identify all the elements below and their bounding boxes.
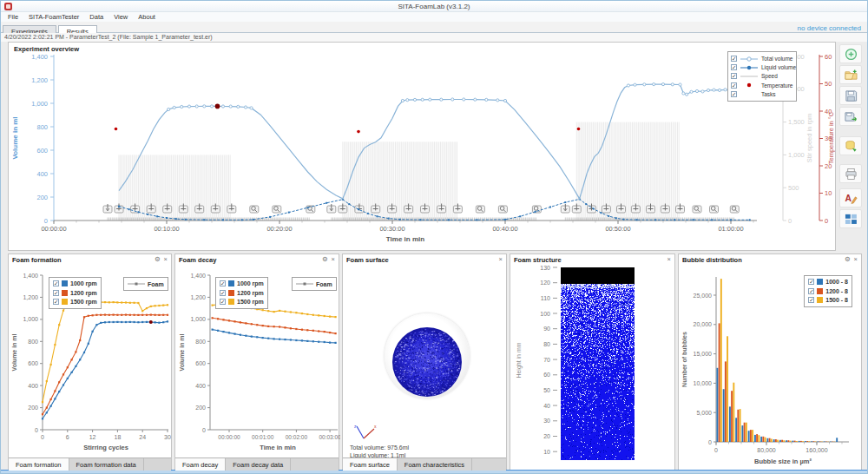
close-icon[interactable]: × xyxy=(854,256,858,265)
main-tab-row: ExperimentsResults no device connected xyxy=(1,22,867,33)
close-icon[interactable]: × xyxy=(332,256,335,265)
menu-about[interactable]: About xyxy=(133,12,161,22)
svg-text:1,500: 1,500 xyxy=(788,118,805,126)
add-button[interactable] xyxy=(839,44,862,63)
foam-decay-panel: Foam decay ⚙× 02004006008001,0001,2001,4… xyxy=(174,253,339,471)
checkbox-icon[interactable]: ✓ xyxy=(731,64,737,70)
legend-label: 1500 rpm xyxy=(70,299,97,305)
menu-view[interactable]: View xyxy=(108,12,133,22)
checkbox-icon[interactable]: ✓ xyxy=(53,290,59,296)
foam-structure-image xyxy=(561,267,635,460)
checkbox-icon[interactable]: ✓ xyxy=(808,297,814,303)
foam-surface-title: Foam surface xyxy=(346,256,389,265)
foam-structure-header: Foam structure × xyxy=(510,254,674,265)
legend-item-1500-rpm[interactable]: ✓1500 rpm xyxy=(220,298,264,306)
save-button[interactable] xyxy=(839,86,862,105)
svg-text:200: 200 xyxy=(28,405,38,411)
foam-surface-3d-view[interactable] xyxy=(392,327,462,397)
checkbox-icon[interactable]: ✓ xyxy=(731,73,737,79)
checkbox-icon[interactable]: ✓ xyxy=(220,290,226,296)
checkbox-icon[interactable]: ✓ xyxy=(53,299,59,305)
print-button[interactable] xyxy=(839,164,862,183)
foam-decay-legend: ✓1000 rpm✓1200 rpm✓1500 rpm xyxy=(215,277,268,309)
gear-icon[interactable]: ⚙ xyxy=(322,256,328,265)
experiment-overview-chart[interactable]: 02004006008001,0001,2001,400Volume in ml… xyxy=(9,43,835,250)
menu-file[interactable]: File xyxy=(3,12,23,22)
tab-foam-formation-data[interactable]: Foam formation data xyxy=(69,458,144,471)
series-marker-icon xyxy=(740,64,759,71)
svg-text:x: x xyxy=(374,424,377,429)
svg-text:00:30:00: 00:30:00 xyxy=(379,225,404,233)
checkbox-icon[interactable]: ✓ xyxy=(731,56,737,62)
gear-icon[interactable]: ⚙ xyxy=(155,256,161,265)
legend-label: 1500 - 8 xyxy=(825,297,848,303)
svg-text:18: 18 xyxy=(115,434,122,440)
legend-item-temperature[interactable]: ✓Temperature xyxy=(731,81,793,89)
save-as-button[interactable] xyxy=(839,107,862,126)
svg-text:1,400: 1,400 xyxy=(23,273,38,279)
font-annotation-button[interactable]: A xyxy=(839,188,862,207)
gear-icon[interactable]: ⚙ xyxy=(845,256,851,265)
foam-decay-header: Foam decay ⚙× xyxy=(175,254,339,265)
foam-series-legend: Foam xyxy=(123,277,168,291)
tab-foam-formation[interactable]: Foam formation xyxy=(9,458,69,471)
menu-sita-foamtester[interactable]: SITA-FoamTester xyxy=(23,12,84,22)
legend-label: Tasks xyxy=(761,91,776,97)
tab-foam-surface[interactable]: Foam surface xyxy=(343,458,398,471)
legend-item-total[interactable]: ✓Total volume xyxy=(731,55,793,63)
svg-text:50: 50 xyxy=(543,387,550,393)
checkbox-icon[interactable]: ✓ xyxy=(731,91,737,97)
svg-text:00:10:00: 00:10:00 xyxy=(154,225,179,233)
svg-text:12: 12 xyxy=(89,434,96,440)
svg-text:200: 200 xyxy=(36,194,48,201)
legend-item-1200---8[interactable]: ✓1200 - 8 xyxy=(808,287,848,296)
svg-text:1,200: 1,200 xyxy=(23,294,38,300)
svg-text:Time in min: Time in min xyxy=(386,235,424,243)
data-sync-button[interactable] xyxy=(839,136,862,155)
legend-item-1200-rpm[interactable]: ✓1200 rpm xyxy=(220,289,264,298)
menu-data[interactable]: Data xyxy=(84,12,108,22)
checkbox-icon[interactable]: ✓ xyxy=(53,280,59,286)
close-icon[interactable]: × xyxy=(667,256,671,265)
legend-item-1500-rpm[interactable]: ✓1500 rpm xyxy=(53,298,97,306)
close-icon[interactable]: × xyxy=(499,256,503,265)
legend-item-1500---8[interactable]: ✓1500 - 8 xyxy=(808,296,848,305)
checkbox-icon[interactable]: ✓ xyxy=(220,299,226,305)
legend-item-1000-rpm[interactable]: ✓1000 rpm xyxy=(220,280,264,288)
experiment-overview-panel: Experiment overview 02004006008001,0001,… xyxy=(8,42,836,251)
svg-text:Stirring cycles: Stirring cycles xyxy=(83,444,128,451)
legend-item-1000---8[interactable]: ✓1000 - 8 xyxy=(808,278,848,286)
svg-text:A: A xyxy=(845,194,852,203)
legend-label: 1000 rpm xyxy=(70,280,97,286)
legend-item-1000-rpm[interactable]: ✓1000 rpm xyxy=(53,280,97,288)
svg-text:90: 90 xyxy=(543,326,550,332)
legend-item-liquid[interactable]: ✓Liquid volume xyxy=(731,63,793,72)
checkbox-icon[interactable]: ✓ xyxy=(731,82,737,89)
tab-foam-decay[interactable]: Foam decay xyxy=(175,458,226,471)
menu-bar: FileSITA-FoamTesterDataViewAbout xyxy=(1,12,867,22)
svg-text:00:02:00: 00:02:00 xyxy=(286,434,308,440)
open-file-button[interactable] xyxy=(839,65,862,84)
legend-label: Temperature xyxy=(761,82,793,89)
svg-text:0: 0 xyxy=(708,439,712,445)
svg-text:Volume in ml: Volume in ml xyxy=(179,333,185,371)
legend-label: 1000 - 8 xyxy=(825,279,848,285)
svg-text:400: 400 xyxy=(36,170,48,178)
checkbox-icon[interactable]: ✓ xyxy=(808,288,814,294)
svg-text:10: 10 xyxy=(825,189,832,197)
svg-text:1,200: 1,200 xyxy=(31,76,48,84)
legend-label: Speed xyxy=(761,73,778,79)
experiment-overview-title: Experiment overview xyxy=(14,45,79,53)
title-bar: SITA-FoamLab (v3.1.2) xyxy=(1,1,867,12)
legend-item-tasks[interactable]: ✓Tasks xyxy=(731,89,793,98)
tab-foam-characteristics[interactable]: Foam characteristics xyxy=(398,458,472,471)
legend-item-speed[interactable]: ✓Speed xyxy=(731,72,793,81)
foam-series-legend: Foam xyxy=(292,277,337,291)
checkbox-icon[interactable]: ✓ xyxy=(220,280,226,286)
checkbox-icon[interactable]: ✓ xyxy=(808,279,814,285)
layout-button[interactable] xyxy=(839,209,862,228)
legend-item-1200-rpm[interactable]: ✓1200 rpm xyxy=(53,289,97,298)
tab-foam-decay-data[interactable]: Foam decay data xyxy=(226,458,291,471)
svg-text:200: 200 xyxy=(195,405,206,411)
close-icon[interactable]: × xyxy=(164,256,168,265)
